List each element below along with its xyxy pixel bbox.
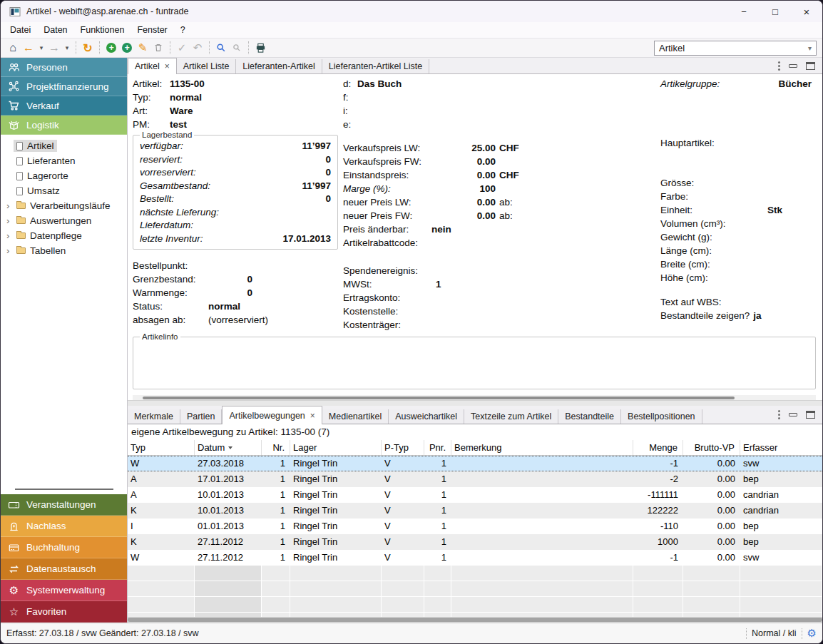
field-label: Lieferdatum: (140, 219, 193, 232)
memorial-icon (7, 520, 21, 532)
sidebar-section-nachlass[interactable]: Nachlass (1, 516, 127, 537)
sidebar-section-buchhaltung[interactable]: Buchhaltung (1, 537, 127, 558)
undo-icon[interactable]: ↶ (190, 41, 205, 55)
tree-item[interactable]: Lagerorte (1, 168, 127, 183)
table-row[interactable]: I 01.01.2013 1 Ringel Trin V 1 -110 0.00… (128, 518, 822, 534)
sidebar-section-personen[interactable]: Personen (1, 58, 127, 77)
column-header-menge[interactable]: Menge (633, 440, 683, 455)
maximize-button[interactable]: □ (760, 1, 791, 22)
tab-textzeile-zum-artikel[interactable]: Textzeile zum Artikel (464, 409, 558, 424)
minimize-button[interactable]: − (728, 1, 760, 22)
home-icon[interactable]: ⌂ (6, 41, 20, 55)
table-horizontal-scrollbar[interactable] (128, 617, 822, 623)
tree-item[interactable]: Umsatz (1, 183, 127, 198)
refresh-icon[interactable]: ↻ (81, 41, 95, 55)
column-header-brutto-vp[interactable]: Brutto-VP (683, 440, 740, 455)
sidebar-section-verkauf[interactable]: Verkauf (1, 96, 127, 116)
tab-ausweichartikel[interactable]: Ausweichartikel (389, 409, 464, 424)
sidebar-section-projektfinanzierung[interactable]: Projektfinanzierung (1, 77, 127, 96)
tab-lieferanten-artikel[interactable]: Lieferanten-Artikel (236, 59, 322, 73)
panel-splitter[interactable] (128, 400, 822, 406)
tree-item[interactable]: › Datenpflege (1, 228, 127, 243)
empty-table-row (128, 597, 822, 613)
edit-icon[interactable]: ✎ (136, 41, 150, 55)
menu-item[interactable]: Fenster (131, 24, 173, 36)
tab-bestandteile[interactable]: Bestandteile (558, 409, 621, 424)
panel-maximize-icon[interactable] (806, 411, 815, 419)
column-header-lager[interactable]: Lager (290, 440, 382, 455)
chevron-right-icon[interactable]: › (6, 215, 14, 226)
menu-item[interactable]: Daten (37, 24, 73, 36)
chevron-right-icon[interactable]: › (6, 230, 14, 241)
panel-grip-icon[interactable] (778, 410, 780, 419)
panel-grip-icon[interactable] (778, 61, 780, 71)
form-horizontal-scrollbar[interactable] (133, 395, 816, 400)
add-alt-icon[interactable]: + (120, 41, 134, 55)
scrollbar-thumb[interactable] (128, 618, 822, 622)
sidebar-section-systemverwaltung[interactable]: ⚙ Systemverwaltung (1, 580, 127, 601)
field-value: normal (170, 91, 202, 104)
scrollbar-thumb[interactable] (143, 397, 735, 399)
sidebar-section-favoriten[interactable]: ☆ Favoriten (1, 601, 127, 623)
table-row[interactable]: A 10.01.2013 1 Ringel Trin V 1 -111111 0… (128, 487, 822, 503)
close-tab-icon[interactable]: × (165, 61, 170, 71)
forward-dropdown-icon[interactable]: ▾ (63, 41, 71, 55)
column-header-datum[interactable]: Datum (195, 440, 262, 455)
table-row[interactable]: W 27.11.2012 1 Ringel Trin V 1 -1 0.00 s… (128, 550, 822, 566)
context-selector-value: Artikel (659, 43, 685, 53)
search-alt-icon[interactable] (230, 41, 244, 55)
chevron-right-icon[interactable]: › (6, 245, 14, 256)
settings-gear-icon[interactable]: ⚙ (807, 627, 817, 640)
back-icon[interactable]: ← (21, 41, 36, 55)
tab-bestellpositionen[interactable]: Bestellpositionen (621, 409, 702, 424)
column-header-typ[interactable]: Typ (128, 440, 195, 455)
panel-maximize-icon[interactable] (806, 62, 815, 70)
column-header-pnr[interactable]: Pnr. (424, 440, 451, 455)
panel-minimize-icon[interactable] (789, 64, 797, 68)
panel-minimize-icon[interactable] (789, 413, 797, 416)
chevron-right-icon[interactable]: › (6, 200, 14, 211)
forward-icon[interactable]: → (47, 41, 61, 55)
tab-merkmale[interactable]: Merkmale (128, 409, 180, 424)
close-tab-icon[interactable]: × (310, 411, 315, 421)
sidebar-section-label: Verkauf (26, 101, 59, 111)
column-header-nr[interactable]: Nr. (262, 440, 290, 455)
table-row[interactable]: A 17.01.2013 1 Ringel Trin V 1 -2 0.00 b… (128, 471, 822, 487)
menu-item[interactable]: ? (174, 24, 192, 36)
tab-lieferanten-artikel-liste[interactable]: Lieferanten-Artikel Liste (322, 59, 429, 73)
menu-item[interactable]: Datei (4, 24, 37, 36)
sidebar-tree: Artikel Lieferanten (1, 135, 127, 486)
field-label: vorreserviert: (140, 166, 196, 180)
close-button[interactable]: × (791, 1, 822, 22)
add-icon[interactable]: + (104, 41, 118, 55)
sidebar-section-veranstaltungen[interactable]: Veranstaltungen (1, 494, 127, 516)
sidebar-section-datenaustausch[interactable]: Datenaustausch (1, 558, 127, 580)
table-row[interactable]: W 27.03.2018 1 Ringel Trin V 1 -1 0.00 s… (128, 456, 822, 471)
tab-artikelbewegungen[interactable]: Artikelbewegungen × (222, 406, 322, 424)
search-icon[interactable] (214, 41, 228, 55)
confirm-icon[interactable]: ✓ (175, 41, 189, 55)
tree-item[interactable]: Lieferanten (1, 153, 127, 168)
app-icon (9, 6, 21, 17)
table-row[interactable]: K 27.11.2012 1 Ringel Trin V 1 1000 0.00… (128, 534, 822, 550)
tree-item-label: Auswertungen (30, 215, 91, 226)
column-header-bemerkung[interactable]: Bemerkung (451, 440, 633, 455)
menu-item[interactable]: Funktionen (74, 24, 131, 36)
column-header-erfasser[interactable]: Erfasser (740, 440, 822, 455)
column-header-ptyp[interactable]: P-Typ (382, 440, 424, 455)
tree-item[interactable]: › Tabellen (1, 243, 127, 258)
tab-partien[interactable]: Partien (180, 409, 223, 424)
delete-icon[interactable] (151, 41, 165, 55)
back-dropdown-icon[interactable]: ▾ (37, 41, 46, 55)
tab-medienartikel[interactable]: Medienartikel (322, 409, 389, 424)
tab-artikel[interactable]: Artikel × (128, 58, 177, 74)
tab-artikel-liste[interactable]: Artikel Liste (177, 59, 237, 73)
tree-item[interactable]: Artikel (1, 138, 127, 153)
context-selector[interactable]: Artikel ▾ (654, 41, 817, 56)
field-value: 100 (479, 182, 496, 195)
print-icon[interactable] (253, 41, 267, 55)
sidebar-section-logistik[interactable]: Logistik (1, 116, 127, 135)
tree-item[interactable]: › Verarbeitungsläufe (1, 198, 127, 213)
table-row[interactable]: K 10.01.2013 1 Ringel Trin V 1 122222 0.… (128, 503, 822, 518)
tree-item[interactable]: › Auswertungen (1, 213, 127, 228)
